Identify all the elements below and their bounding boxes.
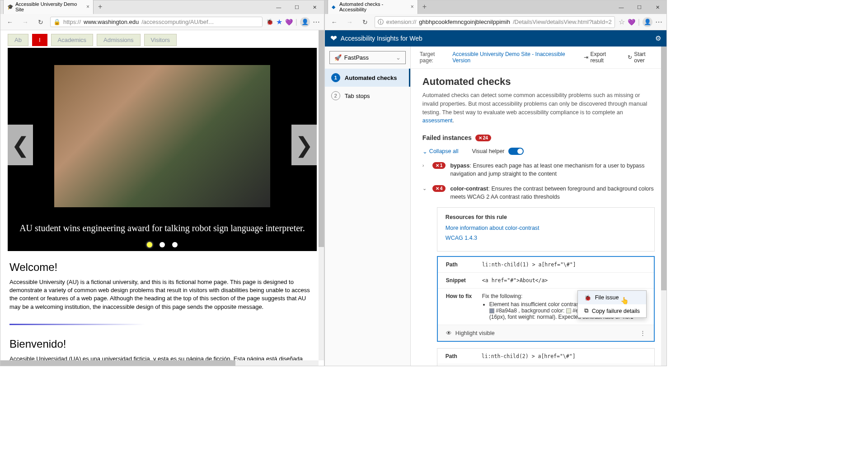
- highlight-visible-button[interactable]: Highlight visible: [455, 330, 495, 336]
- step-label: Automated checks: [345, 75, 397, 81]
- tab-close-icon[interactable]: ×: [86, 4, 89, 10]
- start-over-button[interactable]: ↻Start over: [628, 51, 657, 64]
- carousel-next-button[interactable]: ❯: [291, 125, 317, 165]
- tab-close-icon[interactable]: ×: [411, 4, 414, 10]
- left-browser-tab[interactable]: 🎓 Accessible University Demo Site ×: [3, 0, 94, 14]
- close-window-button[interactable]: ✕: [648, 0, 666, 14]
- url-input[interactable]: 🔒 https://www.washington.edu/accesscompu…: [50, 17, 263, 27]
- maximize-button[interactable]: ☐: [630, 0, 648, 14]
- nav-item-visitors[interactable]: Visitors: [144, 34, 177, 46]
- info-icon: ⓘ: [378, 18, 384, 26]
- visual-helper-toggle[interactable]: [508, 148, 524, 155]
- right-browser-tab[interactable]: ◆ Automated checks - Accessibility ×: [328, 0, 418, 14]
- resource-link-wcag[interactable]: WCAG 1.4.3: [446, 235, 646, 241]
- context-menu: 🐞 File issue 👆 ⧉ Copy failure details: [577, 290, 647, 318]
- snippet-value: <a href="#">About</a>: [482, 277, 646, 284]
- instance-kebab-menu[interactable]: ⋮: [640, 330, 646, 336]
- minimize-button[interactable]: —: [270, 0, 288, 14]
- nav-item-active[interactable]: I: [32, 34, 47, 46]
- scrollbar-thumb[interactable]: [661, 47, 666, 290]
- resources-title: Resources for this rule: [446, 214, 646, 220]
- rule-desc: : Ensures each page has at least one mec…: [450, 163, 644, 177]
- ai-logo-icon: ❤: [330, 33, 337, 43]
- path-label: Path: [446, 353, 482, 359]
- right-addressbar: ← → ↻ ⓘ extension://ghbhpcookfemncgoinjb…: [325, 14, 666, 30]
- x-icon: ✕: [479, 135, 482, 140]
- extension-heart-icon[interactable]: 💜: [628, 19, 635, 26]
- target-page-label: Target page:: [420, 51, 450, 64]
- close-window-button[interactable]: ✕: [306, 0, 324, 14]
- failure-instance-2: Path li:nth-child(2) > a[href="\#"] Snip…: [437, 348, 655, 366]
- ai-favicon: ◆: [332, 4, 337, 9]
- chevron-right-icon: ›: [422, 162, 428, 169]
- target-page-link[interactable]: Accessible University Demo Site - Inacce…: [452, 51, 584, 64]
- vertical-scrollbar[interactable]: [661, 47, 666, 366]
- nav-item-academics[interactable]: Academics: [51, 34, 94, 46]
- carousel-dot-2[interactable]: [160, 242, 165, 247]
- vertical-scrollbar[interactable]: [319, 30, 324, 360]
- lock-icon: 🔒: [53, 19, 61, 25]
- extension-bug-icon[interactable]: 🐞: [266, 19, 273, 25]
- extension-heart-icon[interactable]: 💜: [285, 19, 293, 26]
- nav-item-about[interactable]: Ab: [8, 34, 28, 46]
- carousel-dot-1[interactable]: [147, 242, 152, 247]
- nav-item-admissions[interactable]: Admissions: [97, 34, 140, 46]
- back-button[interactable]: ←: [4, 16, 16, 28]
- right-browser-window: ◆ Automated checks - Accessibility × + —…: [324, 0, 667, 366]
- favorite-outline-icon[interactable]: ☆: [619, 18, 625, 26]
- cursor-icon: 👆: [620, 297, 628, 304]
- profile-avatar[interactable]: 👤: [300, 17, 310, 27]
- scrollbar-thumb[interactable]: [0, 360, 235, 366]
- minimize-button[interactable]: —: [612, 0, 630, 14]
- menu-item-file-issue[interactable]: 🐞 File issue 👆: [578, 291, 646, 304]
- rule-color-contrast-row[interactable]: ⌄ ✕4 color-contrast: Ensures the contras…: [422, 185, 655, 201]
- rocket-icon: 🚀: [334, 54, 342, 61]
- welcome-heading: Welcome!: [9, 261, 315, 274]
- collapse-all-button[interactable]: ⌄Collapse all: [422, 148, 459, 155]
- path-value: li:nth-child(2) > a[href="\#"]: [482, 353, 646, 359]
- bg-color-swatch: [566, 308, 571, 313]
- new-tab-button[interactable]: +: [420, 3, 429, 11]
- path-label: Path: [446, 261, 482, 268]
- rule-count-badge: ✕4: [432, 185, 446, 192]
- main-description: Automated checks can detect some common …: [422, 91, 655, 125]
- step-number: 1: [331, 73, 340, 82]
- more-button[interactable]: ⋯: [313, 18, 320, 26]
- bug-icon: 🐞: [584, 294, 591, 301]
- eye-icon: 👁: [446, 330, 452, 336]
- step-label: Tab stops: [345, 93, 370, 99]
- horizontal-scrollbar[interactable]: [0, 360, 319, 366]
- left-addressbar: ← → ↻ 🔒 https://www.washington.edu/acces…: [0, 14, 324, 30]
- sidebar-step-automated[interactable]: 1 Automated checks: [325, 69, 410, 87]
- settings-gear-icon[interactable]: ⚙: [655, 34, 661, 42]
- visual-helper-label: Visual helper: [472, 148, 504, 154]
- ai-main-panel: Target page: Accessible University Demo …: [411, 47, 666, 366]
- assessment-link[interactable]: assessment: [422, 117, 453, 124]
- scrollbar-thumb[interactable]: [319, 30, 324, 247]
- new-tab-button[interactable]: +: [95, 3, 105, 11]
- fastpass-dropdown[interactable]: 🚀 FastPass ⌄: [329, 51, 406, 64]
- carousel-prev-button[interactable]: ❮: [8, 125, 33, 165]
- sidebar-step-tabstops[interactable]: 2 Tab stops: [325, 87, 410, 105]
- carousel-dot-3[interactable]: [172, 242, 178, 247]
- url-input[interactable]: ⓘ extension://ghbhpcookfemncgoinjblecnil…: [375, 16, 615, 28]
- au-site-nav: Ab I Academics Admissions Visitors: [0, 30, 324, 46]
- refresh-button[interactable]: ↻: [359, 16, 371, 28]
- favorite-icon[interactable]: ★: [276, 18, 282, 26]
- resource-link-more-info[interactable]: More information about color-contrast: [446, 225, 646, 231]
- divider: [9, 324, 145, 325]
- refresh-button[interactable]: ↻: [35, 16, 47, 28]
- rule-count-badge: ✕1: [432, 162, 446, 169]
- chevron-down-icon: ⌄: [422, 148, 427, 155]
- maximize-button[interactable]: ☐: [288, 0, 306, 14]
- grad-cap-favicon: 🎓: [7, 4, 13, 9]
- profile-avatar[interactable]: 👤: [643, 17, 652, 27]
- export-icon: ⇥: [584, 54, 588, 61]
- carousel-caption: AU student wins engineering award for ta…: [8, 222, 317, 234]
- back-button[interactable]: ←: [328, 16, 340, 28]
- menu-item-copy-details[interactable]: ⧉ Copy failure details: [578, 304, 646, 317]
- export-result-button[interactable]: ⇥Export result: [584, 51, 620, 64]
- rule-bypass-row[interactable]: › ✕1 bypass: Ensures each page has at le…: [422, 162, 655, 178]
- more-button[interactable]: ⋯: [655, 18, 663, 26]
- divider: |: [296, 18, 297, 26]
